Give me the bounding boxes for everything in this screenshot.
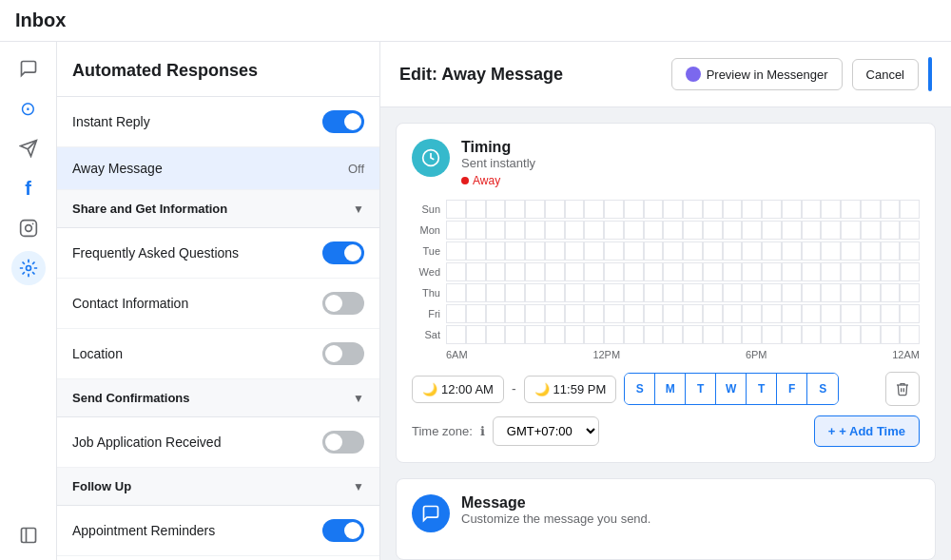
time-end-input[interactable]: 🌙 11:59 PM [524, 376, 617, 403]
time-axis: 6AM 12PM 6PM 12AM [412, 349, 920, 360]
time-start-input[interactable]: 🌙 12:00 AM [412, 376, 504, 403]
timing-title: Timing [461, 139, 535, 156]
day-label-sat: Sat [412, 329, 446, 340]
time-separator: - [512, 381, 516, 396]
timezone-info-icon: ℹ [480, 424, 485, 438]
svg-rect-2 [20, 221, 36, 237]
responses-panel: Automated Responses Instant Reply Away M… [57, 42, 380, 560]
timing-subtitle: Sent instantly [461, 156, 535, 170]
job-application-toggle[interactable] [322, 431, 364, 454]
location-item[interactable]: Location [57, 329, 379, 379]
thu-cells: for(let i=0;i<24;i++) document.write('<d… [446, 283, 920, 302]
away-message-value: Off [348, 162, 364, 176]
preview-button[interactable]: Preview in Messenger [671, 58, 843, 90]
wed-cells: for(let i=0;i<24;i++) document.write('<d… [446, 262, 920, 281]
instagram-icon[interactable] [11, 211, 46, 245]
message-icon [412, 494, 450, 532]
svg-point-4 [31, 223, 33, 225]
time-label-12pm: 12PM [592, 349, 620, 360]
edit-panel: Edit: Away Message Preview in Messenger … [380, 42, 951, 560]
appointment-reminders-slider [322, 519, 364, 542]
faq-label: Frequently Asked Questions [72, 245, 239, 261]
follow-up-section[interactable]: Follow Up ▼ [57, 468, 379, 506]
location-slider [322, 342, 364, 365]
share-info-section[interactable]: Share and Get Information ▼ [57, 190, 379, 228]
timing-card: Timing Sent instantly Away Sun [396, 123, 936, 463]
add-time-button[interactable]: + + Add Time [814, 415, 920, 447]
location-toggle[interactable] [322, 342, 364, 365]
day-btn-s1[interactable]: S [625, 374, 655, 404]
day-label-sun: Sun [412, 203, 446, 215]
chat-icon[interactable] [11, 51, 46, 86]
send-confirmations-chevron: ▼ [353, 392, 364, 405]
svg-rect-6 [21, 529, 35, 543]
contact-info-toggle[interactable] [322, 292, 364, 315]
day-buttons-group: S M T W T F S [624, 373, 839, 405]
day-btn-s2[interactable]: S [807, 374, 838, 404]
timezone-label: Time zone: [412, 424, 473, 438]
day-label-tue: Tue [412, 245, 446, 257]
time-start-value: 12:00 AM [441, 382, 494, 396]
away-message-item[interactable]: Away Message Off [57, 147, 379, 190]
moon-icon-end: 🌙 [534, 382, 550, 396]
faq-item[interactable]: Frequently Asked Questions [57, 228, 379, 279]
day-btn-t1[interactable]: T [686, 374, 716, 404]
timezone-select[interactable]: GMT+07:00 [493, 416, 599, 446]
appointment-reminders-label: Appointment Reminders [72, 523, 215, 538]
timing-card-header: Timing Sent instantly Away [412, 139, 920, 187]
moon-icon-start: 🌙 [422, 382, 437, 396]
message-title: Message [461, 494, 650, 512]
appointment-reminders-item[interactable]: Appointment Reminders [57, 506, 379, 556]
message-info: Message Customize the message you send. [461, 494, 650, 526]
messenger-icon[interactable]: ⊙ [11, 91, 46, 126]
follow-up-chevron: ▼ [353, 480, 364, 493]
facebook-icon[interactable]: f [11, 171, 46, 205]
instant-reply-toggle[interactable] [322, 110, 364, 133]
sat-cells: for(let i=0;i<24;i++) document.write('<d… [446, 325, 920, 344]
faq-toggle[interactable] [322, 241, 364, 264]
svg-point-3 [25, 225, 31, 232]
day-btn-f[interactable]: F [777, 374, 807, 404]
day-label-mon: Mon [412, 224, 446, 236]
day-btn-t2[interactable]: T [747, 374, 777, 404]
job-application-label: Job Application Received [72, 434, 221, 450]
away-dot [461, 177, 469, 184]
share-info-label: Share and Get Information [72, 202, 227, 216]
message-subtitle: Customize the message you send. [461, 512, 650, 526]
page-title: Inbox [15, 10, 66, 31]
day-btn-m[interactable]: M [655, 374, 686, 404]
timing-grid: Sun for(let i=0;i<24;i++) document.write… [412, 199, 920, 360]
away-message-label: Away Message [72, 161, 163, 176]
location-label: Location [72, 346, 123, 361]
cancel-button[interactable]: Cancel [852, 59, 919, 90]
instant-reply-label: Instant Reply [72, 114, 150, 129]
delete-time-button[interactable] [885, 372, 920, 406]
add-time-label: + Add Time [839, 424, 905, 438]
send-icon[interactable] [11, 131, 46, 165]
send-confirmations-label: Send Confirmations [72, 391, 190, 405]
contact-info-item[interactable]: Contact Information [57, 279, 379, 329]
edit-panel-actions: Preview in Messenger Cancel [671, 57, 932, 91]
edit-panel-header: Edit: Away Message Preview in Messenger … [380, 42, 951, 107]
time-label-12am: 12AM [892, 349, 920, 360]
instant-reply-item[interactable]: Instant Reply [57, 97, 379, 147]
follow-up-label: Follow Up [72, 479, 131, 493]
day-btn-w[interactable]: W [716, 374, 747, 404]
tue-cells: for(let i=0;i<24;i++) document.write('<d… [446, 241, 920, 261]
mon-cells: for(let i=0;i<24;i++) document.write('<d… [446, 221, 920, 240]
time-selector-row: 🌙 12:00 AM - 🌙 11:59 PM S M T W T F [412, 372, 920, 406]
contact-info-slider [322, 292, 364, 315]
message-card: Message Customize the message you send. [396, 478, 936, 560]
appointment-reminders-toggle[interactable] [322, 519, 364, 542]
job-application-item[interactable]: Job Application Received [57, 417, 379, 468]
collapse-icon[interactable] [11, 518, 46, 552]
day-label-wed: Wed [412, 266, 446, 278]
sun-cells: for(let i=0;i<24;i++) document.write('<d… [446, 200, 920, 219]
integration-icon[interactable] [11, 251, 46, 285]
icon-sidebar: ⊙ f [0, 42, 57, 560]
send-confirmations-section[interactable]: Send Confirmations ▼ [57, 379, 379, 417]
time-label-6pm: 6PM [746, 349, 767, 360]
away-badge: Away [461, 174, 500, 187]
edit-panel-title: Edit: Away Message [399, 65, 563, 85]
messenger-preview-icon [686, 67, 701, 82]
